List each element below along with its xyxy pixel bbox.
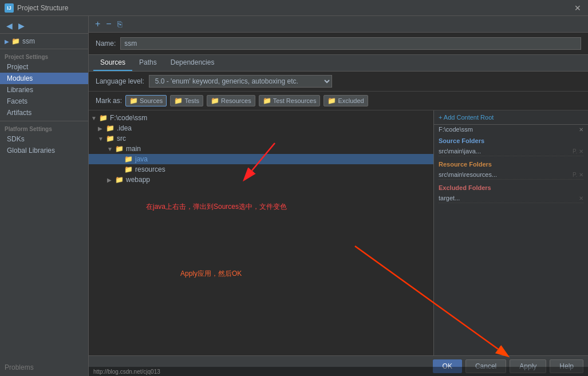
lang-row: Language level: 5.0 - 'enum' keyword, ge… — [89, 72, 588, 92]
sidebar-item-problems[interactable]: Problems — [0, 361, 88, 374]
lang-label: Language level: — [96, 77, 144, 85]
tree-item-webapp[interactable]: ▶ 📁 webapp — [89, 175, 433, 185]
name-input[interactable] — [120, 37, 581, 50]
tab-paths[interactable]: Paths — [132, 55, 164, 71]
tree-label-java: java — [135, 155, 148, 163]
test-resources-folder-icon: 📁 — [263, 97, 271, 105]
tab-dependencies[interactable]: Dependencies — [164, 55, 222, 71]
mark-sources-label: Sources — [140, 97, 163, 104]
tab-sources[interactable]: Sources — [93, 55, 132, 71]
tree-arrow-src: ▼ — [98, 136, 105, 142]
tree-label-resources: resources — [135, 165, 165, 173]
sidebar-item-sdks[interactable]: SDKs — [0, 133, 88, 145]
tree-folder-icon-resources-item: 📁 — [124, 165, 133, 173]
close-button[interactable]: ✕ — [572, 2, 583, 14]
mark-tests-button[interactable]: 📁 Tests — [170, 95, 203, 106]
nav-forward-button[interactable]: ▶ — [17, 21, 26, 31]
tabs-row: Sources Paths Dependencies — [89, 55, 588, 72]
excluded-folder-icon: 📁 — [327, 97, 336, 105]
tree-folder-icon-main: 📁 — [115, 145, 124, 153]
project-settings-label: Project Settings — [0, 52, 88, 61]
remove-module-button[interactable]: − — [104, 18, 113, 30]
resource-folder-path: src\main\resources... — [439, 171, 497, 178]
annotation-text-1: 在java上右击，弹出到Sources选中，文件变色 — [146, 202, 433, 212]
tree-folder-icon-java: 📁 — [124, 155, 133, 163]
source-folder-path: src\main\java... — [439, 148, 481, 155]
sidebar-item-artifacts[interactable]: Artifacts — [0, 107, 88, 118]
tree-item-root[interactable]: ▼ 📁 F:\code\ssm — [89, 113, 433, 123]
mark-as-row: Mark as: 📁 Sources 📁 Tests 📁 Resources 📁… — [89, 92, 588, 110]
sidebar-toolbar: ◀ ▶ — [0, 18, 88, 34]
content-area: + − ⎘ Name: Sources Paths Dependencies L… — [89, 16, 588, 376]
add-content-root-button[interactable]: + Add Content Root — [439, 114, 494, 121]
tree-label-root: F:\code\ssm — [110, 114, 147, 122]
name-label: Name: — [96, 39, 116, 48]
source-folders-section: Source Folders src\main\java... P. ✕ — [434, 134, 588, 157]
module-name: ssm — [22, 37, 35, 45]
excluded-folder-actions[interactable]: ✕ — [579, 195, 583, 201]
mark-test-resources-label: Test Resources — [273, 97, 317, 104]
tree-label-src: src — [117, 134, 126, 143]
tree-arrow-idea: ▶ — [98, 125, 105, 132]
copy-module-button[interactable]: ⎘ — [116, 19, 124, 29]
source-folder-actions[interactable]: P. ✕ — [573, 148, 583, 155]
sidebar-item-libraries[interactable]: Libraries — [0, 84, 88, 96]
add-module-button[interactable]: + — [93, 18, 102, 30]
resource-folder-actions[interactable]: P. ✕ — [573, 172, 583, 178]
mark-resources-label: Resources — [221, 97, 251, 104]
sidebar-divider-2 — [0, 121, 88, 121]
mark-sources-button[interactable]: 📁 Sources — [125, 95, 167, 106]
module-tree-item[interactable]: ▶ 📁 ssm — [0, 36, 88, 46]
right-panel-header: + Add Content Root — [434, 110, 588, 125]
tree-item-resources[interactable]: 📁 resources — [89, 164, 433, 175]
excluded-folder-path: target... — [439, 195, 460, 201]
title-bar-left: IJ Project Structure — [5, 3, 68, 13]
tree-arrow-webapp: ▶ — [107, 177, 114, 183]
excluded-folder-item: target... ✕ — [439, 193, 583, 203]
excluded-folders-section: Excluded Folders target... ✕ — [434, 181, 588, 204]
tree-label-idea: .idea — [117, 124, 132, 132]
root-path-text: F:\code\ssm — [439, 126, 473, 133]
excluded-folders-title: Excluded Folders — [439, 184, 583, 191]
sidebar: ◀ ▶ ▶ 📁 ssm Project Settings Project Mod… — [0, 16, 89, 376]
tree-folder-icon-root: 📁 — [99, 114, 108, 122]
app-icon: IJ — [5, 3, 14, 13]
mark-resources-button[interactable]: 📁 Resources — [207, 95, 255, 106]
sidebar-item-global-libraries[interactable]: Global Libraries — [0, 145, 88, 156]
sidebar-item-facets[interactable]: Facets — [0, 96, 88, 107]
root-path-row: F:\code\ssm ✕ — [434, 125, 588, 134]
resource-folders-section: Resource Folders src\main\resources... P… — [434, 157, 588, 181]
tree-arrow-root: ▼ — [91, 115, 98, 121]
annotation-2: Apply应用，然后OK — [180, 269, 433, 279]
mark-excluded-label: Excluded — [338, 97, 364, 104]
tree-item-src[interactable]: ▼ 📁 src — [89, 133, 433, 144]
sidebar-item-modules[interactable]: Modules — [0, 73, 88, 84]
remove-root-button[interactable]: ✕ — [579, 126, 583, 133]
resource-folders-title: Resource Folders — [439, 161, 583, 168]
annotation-text-2: Apply应用，然后OK — [180, 269, 433, 279]
mark-test-resources-button[interactable]: 📁 Test Resources — [259, 95, 321, 106]
split-content: ▼ 📁 F:\code\ssm ▶ 📁 .idea ▼ 📁 src ▼ 📁 — [89, 110, 588, 355]
module-toolbar: + − ⎘ — [89, 16, 588, 33]
sidebar-item-project[interactable]: Project — [0, 61, 88, 73]
tree-item-java[interactable]: 📁 java — [89, 154, 433, 164]
annotation-1: 在java上右击，弹出到Sources选中，文件变色 — [146, 202, 433, 212]
mark-excluded-button[interactable]: 📁 Excluded — [323, 95, 368, 106]
sidebar-divider-1 — [0, 49, 88, 49]
tests-folder-icon: 📁 — [174, 97, 183, 105]
source-folder-item-java: src\main\java... P. ✕ — [439, 147, 583, 156]
tree-folder-icon-idea: 📁 — [106, 124, 115, 132]
platform-settings-label: Platform Settings — [0, 124, 88, 133]
tree-item-main[interactable]: ▼ 📁 main — [89, 144, 433, 154]
window-title: Project Structure — [17, 4, 68, 12]
mark-as-label: Mark as: — [96, 97, 122, 105]
resources-folder-icon: 📁 — [211, 97, 219, 105]
name-row: Name: — [89, 33, 588, 55]
sources-folder-icon: 📁 — [129, 97, 138, 105]
tree-item-idea[interactable]: ▶ 📁 .idea — [89, 123, 433, 133]
tree-folder-icon-webapp: 📁 — [115, 176, 124, 184]
title-bar: IJ Project Structure ✕ — [0, 0, 588, 16]
lang-select[interactable]: 5.0 - 'enum' keyword, generics, autoboxi… — [149, 75, 332, 88]
tree-folder-icon-src: 📁 — [106, 134, 115, 143]
nav-back-button[interactable]: ◀ — [5, 21, 14, 31]
